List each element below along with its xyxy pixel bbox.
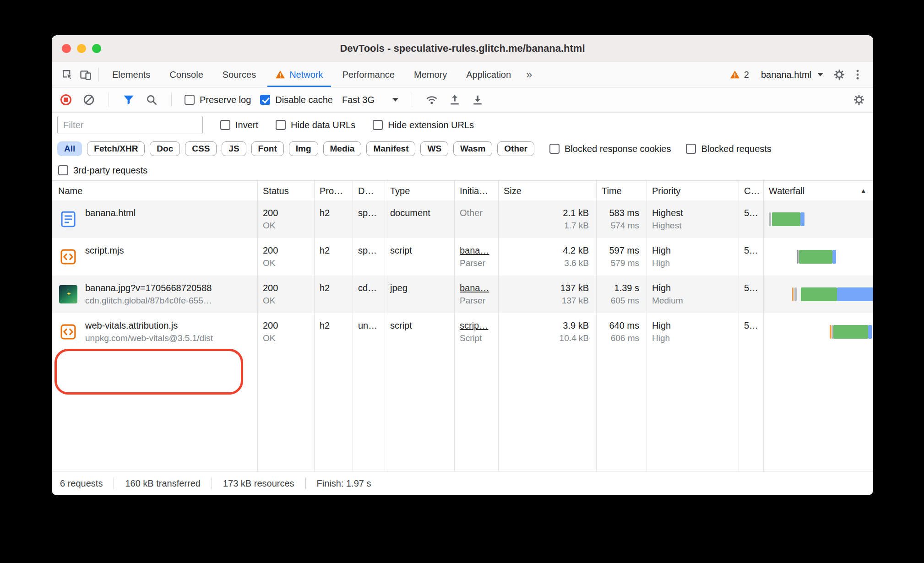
tab-console[interactable]: Console xyxy=(160,62,212,87)
chip-css[interactable]: CSS xyxy=(185,141,217,156)
checkbox-unchecked xyxy=(373,120,383,130)
column-divider[interactable] xyxy=(314,180,315,471)
footer-divider xyxy=(114,477,114,489)
column-divider[interactable] xyxy=(385,180,385,471)
context-label: banana.html xyxy=(761,70,811,80)
initiator-link[interactable]: bana… xyxy=(460,282,498,294)
tab-network[interactable]: Network xyxy=(266,62,332,87)
chip-js[interactable]: JS xyxy=(222,141,246,156)
waterfall-bar xyxy=(763,313,873,351)
chip-font[interactable]: Font xyxy=(251,141,284,156)
column-divider[interactable] xyxy=(596,180,597,471)
checkbox-unchecked xyxy=(549,144,560,154)
table-row-web-vitals[interactable]: web-vitals.attribution.js unpkg.com/web-… xyxy=(52,313,873,351)
chevron-down-icon xyxy=(817,72,824,77)
blocked-response-cookies-checkbox[interactable]: Blocked response cookies xyxy=(549,144,671,154)
col-status[interactable]: Status xyxy=(263,181,289,201)
throttling-value: Fast 3G xyxy=(342,95,375,105)
export-har-icon[interactable] xyxy=(471,93,484,107)
devtools-window: DevTools - speculative-rules.glitch.me/b… xyxy=(52,35,873,495)
chip-manifest[interactable]: Manifest xyxy=(366,141,415,156)
column-divider[interactable] xyxy=(353,180,353,471)
col-protocol[interactable]: Pro… xyxy=(320,181,343,201)
waterfall-bar xyxy=(763,200,873,238)
chip-doc[interactable]: Doc xyxy=(150,141,180,156)
kebab-menu-icon[interactable] xyxy=(848,65,867,84)
initiator-link[interactable]: scrip… xyxy=(460,319,498,332)
hide-extension-urls-checkbox[interactable]: Hide extension URLs xyxy=(373,120,474,130)
invert-checkbox[interactable]: Invert xyxy=(220,120,258,130)
chip-other[interactable]: Other xyxy=(497,141,534,156)
issues-counter[interactable]: 2 xyxy=(724,70,755,80)
chip-ws[interactable]: WS xyxy=(420,141,448,156)
col-initiator[interactable]: Initia… xyxy=(460,181,488,201)
checkbox-unchecked xyxy=(220,120,230,130)
chip-all[interactable]: All xyxy=(57,141,82,156)
filter-input[interactable] xyxy=(57,116,203,134)
table-row-banana-html[interactable]: banana.html 200OK h2 sp… document Other … xyxy=(52,200,873,238)
third-party-requests-checkbox[interactable]: 3rd-party requests xyxy=(58,165,147,176)
col-domain[interactable]: D… xyxy=(358,181,374,201)
record-network-log-button[interactable] xyxy=(59,93,73,107)
chip-fetch-xhr[interactable]: Fetch/XHR xyxy=(87,141,145,156)
tab-performance[interactable]: Performance xyxy=(333,62,405,87)
column-divider[interactable] xyxy=(257,180,258,471)
script-icon xyxy=(58,322,78,342)
checkbox-unchecked xyxy=(185,95,195,105)
table-row-script-mjs[interactable]: script.mjs 200OK h2 sp… script bana…Pars… xyxy=(52,238,873,276)
initiator-link[interactable]: bana… xyxy=(460,244,498,257)
warning-icon xyxy=(730,70,740,80)
tab-sources[interactable]: Sources xyxy=(213,62,266,87)
filter-funnel-icon[interactable] xyxy=(122,93,136,107)
more-tabs-button[interactable]: » xyxy=(521,68,538,81)
chip-wasm[interactable]: Wasm xyxy=(453,141,492,156)
context-selector[interactable]: banana.html xyxy=(755,70,830,80)
request-url: cdn.glitch.global/87b4c0fe-655… xyxy=(85,294,212,307)
settings-gear-icon[interactable] xyxy=(830,65,848,84)
column-divider[interactable] xyxy=(647,180,647,471)
col-size[interactable]: Size xyxy=(504,181,522,201)
throttling-dropdown[interactable]: Fast 3G xyxy=(342,95,399,105)
tab-memory[interactable]: Memory xyxy=(404,62,457,87)
blocked-requests-checkbox[interactable]: Blocked requests xyxy=(686,144,771,154)
col-waterfall[interactable]: Waterfall xyxy=(769,181,804,201)
column-divider[interactable] xyxy=(739,180,739,471)
device-toolbar-icon[interactable] xyxy=(76,65,95,84)
issues-count: 2 xyxy=(744,70,749,80)
resources-size: 173 kB resources xyxy=(223,478,294,489)
col-type[interactable]: Type xyxy=(390,181,410,201)
devtools-tabbar: Elements Console Sources Network Perform… xyxy=(52,62,873,87)
table-row-banana-jpg[interactable]: banana.jpg?v=1705668720588 cdn.glitch.gl… xyxy=(52,276,873,313)
document-icon xyxy=(58,209,78,229)
search-icon[interactable] xyxy=(145,93,158,107)
column-divider[interactable] xyxy=(454,180,455,471)
preserve-log-checkbox[interactable]: Preserve log xyxy=(185,95,251,105)
col-priority[interactable]: Priority xyxy=(652,181,680,201)
tab-elements[interactable]: Elements xyxy=(103,62,160,87)
footer-divider xyxy=(305,477,306,489)
requests-count: 6 requests xyxy=(60,478,103,489)
clear-network-log-button[interactable] xyxy=(82,93,96,107)
col-connection[interactable]: C… xyxy=(744,181,760,201)
column-divider[interactable] xyxy=(498,180,499,471)
sort-ascending-icon[interactable]: ▲ xyxy=(860,181,867,201)
request-name: script.mjs xyxy=(85,244,124,257)
hide-data-urls-checkbox[interactable]: Hide data URLs xyxy=(276,120,355,130)
network-settings-gear-icon[interactable] xyxy=(852,93,866,107)
inspect-element-icon[interactable] xyxy=(58,65,76,84)
chevron-down-icon xyxy=(392,97,399,102)
checkbox-unchecked xyxy=(58,165,68,175)
chip-media[interactable]: Media xyxy=(323,141,362,156)
network-conditions-icon[interactable] xyxy=(425,93,439,107)
tab-application[interactable]: Application xyxy=(457,62,521,87)
window-titlebar: DevTools - speculative-rules.glitch.me/b… xyxy=(52,35,873,62)
third-party-row: 3rd-party requests xyxy=(52,160,873,180)
column-divider[interactable] xyxy=(763,180,764,471)
col-name[interactable]: Name xyxy=(58,181,82,201)
disable-cache-checkbox[interactable]: Disable cache xyxy=(260,95,333,105)
waterfall-bar xyxy=(763,276,873,313)
chip-img[interactable]: Img xyxy=(289,141,318,156)
col-time[interactable]: Time xyxy=(602,181,622,201)
checkbox-unchecked xyxy=(276,120,286,130)
import-har-icon[interactable] xyxy=(448,93,462,107)
